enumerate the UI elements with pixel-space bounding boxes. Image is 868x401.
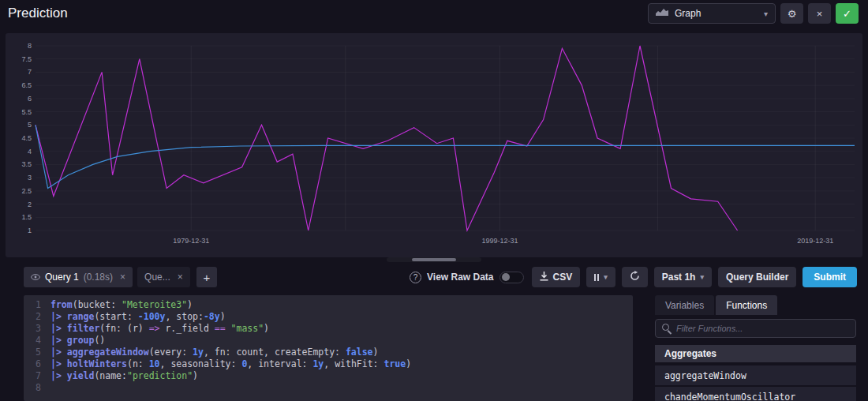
y-axis-label: 8 (28, 42, 32, 50)
view-raw-toggle[interactable] (499, 272, 524, 283)
time-range-dropdown[interactable]: Past 1h ▾ (654, 267, 712, 287)
code-text: |> holtWinters(n: 10, seasonality: 0, in… (51, 358, 411, 370)
query-tabs: Query 1(0.18s)×Que...× (24, 267, 190, 287)
code-text: |> range(start: -100y, stop:-8y) (51, 311, 226, 323)
code-line[interactable]: 7|> yield(name:"prediction") (24, 370, 633, 382)
close-icon[interactable]: × (120, 272, 125, 283)
y-axis-label: 6 (28, 95, 32, 103)
code-line[interactable]: 5|> aggregateWindow(every: 1y, fn: count… (24, 347, 633, 358)
sidebar-tabs: VariablesFunctions (655, 295, 856, 315)
view-type-dropdown[interactable]: Graph ▾ (648, 3, 776, 24)
y-axis-label: 4.5 (21, 134, 32, 142)
csv-label: CSV (553, 272, 573, 283)
cancel-button[interactable]: × (808, 3, 831, 24)
time-series-chart[interactable]: 11.522.533.544.555.566.577.581979-12-311… (6, 33, 862, 257)
view-raw-group: ? View Raw Data (410, 272, 523, 283)
refresh-icon (630, 271, 640, 283)
code-line[interactable]: 8 (24, 382, 633, 394)
functions-list: aggregateWindowchandeMomentumOscillator (655, 365, 856, 401)
view-type-label: Graph (675, 8, 701, 19)
code-line[interactable]: 4|> group() (24, 335, 633, 347)
scrollbar-thumb[interactable] (412, 258, 456, 261)
function-search (655, 319, 856, 338)
y-axis-label: 1 (28, 227, 32, 234)
chart-panel: 11.522.533.544.555.566.577.581979-12-311… (6, 33, 862, 257)
chart-hscrollbar[interactable] (387, 257, 481, 262)
header-controls: Graph ▾ ⚙ × ✓ (648, 3, 859, 24)
sidebar-tab-functions[interactable]: Functions (716, 295, 777, 315)
line-number: 1 (24, 299, 51, 311)
pause-icon (594, 274, 599, 281)
code-line[interactable]: 6|> holtWinters(n: 10, seasonality: 0, i… (24, 358, 633, 370)
line-number: 4 (24, 335, 51, 347)
query-tab[interactable]: Query 1(0.18s)× (24, 267, 133, 287)
line-number: 2 (24, 311, 51, 323)
settings-button[interactable]: ⚙ (780, 3, 803, 24)
code-lines: 1from(bucket: "Meteroite3")2|> range(sta… (24, 299, 633, 394)
y-axis-label: 3 (28, 174, 32, 182)
query-toolbar: Query 1(0.18s)×Que...× + ? View Raw Data… (24, 266, 857, 288)
close-icon: × (817, 8, 823, 20)
flux-editor[interactable]: 1from(bucket: "Meteroite3")2|> range(sta… (24, 295, 633, 401)
code-text: |> yield(name:"prediction") (51, 370, 198, 382)
y-axis-label: 5 (28, 121, 32, 129)
query-tab-label: Que... (144, 272, 170, 283)
y-axis-label: 2.5 (21, 187, 32, 195)
y-axis-label: 7.5 (21, 55, 32, 63)
code-line[interactable]: 2|> range(start: -100y, stop:-8y) (24, 311, 633, 323)
refresh-button[interactable] (622, 267, 648, 287)
code-line[interactable]: 1from(bucket: "Meteroite3") (24, 299, 633, 311)
csv-button[interactable]: CSV (532, 267, 581, 287)
y-axis-label: 5.5 (21, 108, 32, 116)
graph-icon (656, 8, 668, 19)
series-line (36, 125, 855, 188)
y-axis-label: 3.5 (21, 160, 32, 168)
line-number: 6 (24, 358, 51, 370)
chevron-down-icon: ▾ (604, 273, 608, 281)
query-builder-button[interactable]: Query Builder (718, 267, 796, 287)
query-duration: (0.18s) (84, 272, 113, 283)
y-axis-label: 4 (28, 148, 32, 156)
chevron-down-icon: ▾ (764, 9, 768, 18)
y-axis-label: 2 (28, 200, 32, 208)
code-text: |> group() (51, 335, 105, 347)
confirm-button[interactable]: ✓ (836, 3, 859, 24)
code-line[interactable]: 3|> filter(fn: (r) => r._field == "mass"… (24, 323, 633, 335)
pause-button[interactable]: ▾ (586, 267, 615, 287)
page-header: Prediction Graph ▾ ⚙ × ✓ (0, 0, 868, 27)
page-title: Prediction (8, 6, 68, 21)
code-text: from(bucket: "Meteroite3") (51, 299, 193, 311)
search-icon (662, 324, 669, 331)
y-axis-label: 1.5 (21, 213, 32, 221)
toggle-knob (502, 273, 510, 281)
close-icon[interactable]: × (178, 272, 183, 283)
sidebar-tab-variables[interactable]: Variables (655, 295, 714, 315)
x-axis-label: 1979-12-31 (173, 237, 209, 245)
line-number: 3 (24, 323, 51, 335)
time-range-label: Past 1h (662, 272, 696, 283)
download-icon (540, 272, 548, 283)
gear-icon: ⚙ (788, 8, 797, 20)
function-list-item[interactable]: aggregateWindow (655, 365, 856, 385)
line-number: 5 (24, 347, 51, 358)
help-icon[interactable]: ? (410, 272, 421, 283)
y-axis-label: 6.5 (21, 81, 32, 89)
functions-sidebar: VariablesFunctions Aggregates aggregateW… (655, 295, 856, 401)
query-tab-label: Query 1 (45, 272, 79, 283)
code-text: |> aggregateWindow(every: 1y, fn: count,… (51, 347, 378, 358)
function-filter-input[interactable] (655, 319, 856, 338)
check-icon: ✓ (843, 8, 851, 20)
function-list-item[interactable]: chandeMomentumOscillator (655, 387, 856, 401)
line-number: 7 (24, 370, 51, 382)
query-tab[interactable]: Que...× (137, 267, 190, 287)
y-axis-label: 7 (28, 68, 32, 76)
submit-button[interactable]: Submit (803, 267, 857, 287)
line-number: 8 (24, 382, 51, 394)
x-axis-label: 2019-12-31 (797, 237, 833, 245)
chevron-down-icon: ▾ (700, 273, 704, 281)
aggregates-section-header: Aggregates (655, 345, 856, 362)
view-raw-label: View Raw Data (427, 272, 493, 283)
eye-icon (31, 272, 40, 283)
x-axis-label: 1999-12-31 (482, 237, 518, 245)
add-query-button[interactable]: + (196, 267, 217, 287)
